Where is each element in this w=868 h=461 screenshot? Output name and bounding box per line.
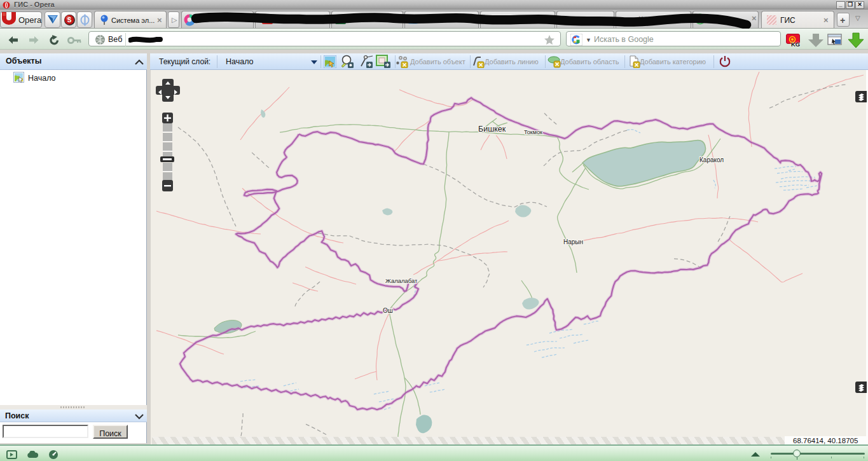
svg-text:Жалалабат: Жалалабат	[385, 277, 418, 284]
svg-text:Токмок: Токмок	[524, 129, 542, 135]
svg-text:Ош: Ош	[383, 307, 393, 314]
svg-text:Нарын: Нарын	[563, 238, 583, 245]
svg-text:Каракол: Каракол	[699, 156, 724, 163]
svg-text:Бишкек: Бишкек	[478, 125, 506, 134]
